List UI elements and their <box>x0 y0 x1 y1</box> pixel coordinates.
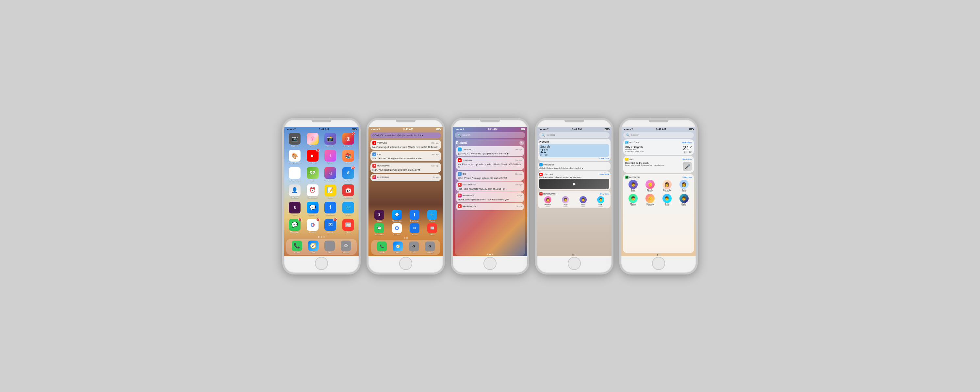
app-googlephotos[interactable]: 🎨 Google Photos <box>287 150 303 165</box>
p4-show-more[interactable]: Show More <box>600 158 609 160</box>
search-bar-4[interactable]: 🔍 Search <box>539 132 609 138</box>
app-label-googlephotos: Google Photos <box>288 162 301 164</box>
dock-utils[interactable]: Utils <box>325 241 335 253</box>
app-photos[interactable]: 🌸 Photos <box>305 133 321 148</box>
recent-close-btn[interactable]: ✕ <box>519 141 524 145</box>
app-chrome[interactable]: 1 Chrome <box>305 219 321 234</box>
contact-sinisa-avatar: 👨 <box>579 196 587 203</box>
fav-zdravko[interactable]: 👴 Zdravko mobile <box>642 180 658 192</box>
app-airmail[interactable]: ✉ 40 Airmail <box>323 219 339 234</box>
p3-heartwatch2-notif[interactable]: ♥ Heartwatch 3h ago <box>456 203 524 210</box>
weather-show-more[interactable]: Show More <box>682 142 692 144</box>
tips-show-more[interactable]: Show More <box>682 158 692 160</box>
fav-darko-type: mobile <box>682 205 686 206</box>
app-label-camera: Camera <box>291 145 298 147</box>
p4-tweetbot-card[interactable]: 🐦 Tweetbot @ColbyCk1 mentioned: @dujkan … <box>538 162 611 170</box>
fav-dario[interactable]: 👨 Dario mobile <box>625 180 641 192</box>
app-music[interactable]: ♪ Music <box>323 150 339 165</box>
phone-5-screen: ●●●●● ▾ 9:41 AM 🔍 Search <box>621 127 696 256</box>
contact-sinisa[interactable]: 👨 Siniša mobile <box>574 196 592 207</box>
first-notif-card[interactable]: @ColbyCk1 mentioned: @dujkan what's the … <box>371 133 441 138</box>
app-label-chrome: Chrome <box>309 231 316 233</box>
app-label-appstore: App Store <box>344 179 353 181</box>
dock2-phone: Phone <box>379 251 385 253</box>
app-ibooks[interactable]: 📚 iBooks <box>340 150 356 165</box>
appstore-badge: 11 <box>351 166 355 170</box>
app-reminders[interactable]: ⏰ Reminders <box>305 184 321 200</box>
p3-youtube-time: 28m ago <box>515 159 522 161</box>
instagram-notif[interactable]: ◎ Instagram 1h ago <box>371 174 441 181</box>
app-slack[interactable]: S Slack <box>287 202 303 217</box>
p4-youtube-show-more[interactable]: Show More <box>600 173 609 175</box>
heartwatch-app-icon: ♥ <box>372 164 376 168</box>
app-maps[interactable]: 🗺 Maps <box>305 167 321 183</box>
p4-youtube-thumb: ▶ <box>539 179 609 189</box>
app-appstore[interactable]: A 11 App Store <box>340 167 356 183</box>
fav-vjekoslav[interactable]: 👴 Vjekoslav mobile <box>642 194 658 206</box>
fav-bernarda[interactable]: 👩 Bernarda mobile <box>659 180 675 192</box>
fav-vjekoslav-avatar: 👴 <box>646 194 655 203</box>
fav-dario-avatar: 👨 <box>628 180 638 189</box>
p3-youtube-notif[interactable]: ▶ YouTube 28m ago MacRumors just uploade… <box>456 157 524 170</box>
app-notes[interactable]: 📝 Notes <box>323 184 339 200</box>
time-display-3: 9:41 AM <box>487 128 497 130</box>
dock-phone[interactable]: 📞 Phone <box>292 241 302 253</box>
fav-sinisa-avatar: 👨 <box>662 194 671 203</box>
fav-julija[interactable]: 👩 Julija mobile <box>676 180 692 192</box>
phone-3-screen: ●●●●● ▾ 9:41 AM 🔍 Search <box>453 127 527 256</box>
app-twitter[interactable]: 🐦 Twitter <box>340 202 356 217</box>
p4-heartwatch-card[interactable]: ♥ Heartwatch Show Less 👩 Bernarda <box>538 191 611 208</box>
p3-heartwatch-notif[interactable]: ♥ Heartwatch 52m ago High. Your heartrat… <box>456 181 524 192</box>
app-messenger[interactable]: 💬 Messenger <box>305 202 321 217</box>
p4-tweetbot-name: Tweetbot <box>543 164 609 166</box>
youtube-app-name: YouTube <box>377 142 431 144</box>
status-bar-2: ●●●●● ▾ 9:41 AM <box>369 127 443 132</box>
app-camera[interactable]: 📷 Camera <box>287 133 303 148</box>
contact-darko[interactable]: 👨 Darko mobile <box>592 196 609 207</box>
tips-headline: Have Siri do the math <box>625 162 681 164</box>
dock2-airmail: Airmail <box>412 233 417 235</box>
fav-sinisa[interactable]: 👨 Siniša mobile <box>659 194 675 206</box>
contact-julija[interactable]: 👩 Julija mobile <box>557 196 574 207</box>
app-news[interactable]: 📰 News <box>340 219 356 234</box>
app-messages[interactable]: 💬 1 Messages <box>287 219 303 234</box>
search-bar-3[interactable]: 🔍 Search <box>455 132 525 138</box>
dock-label-utils: Utils <box>328 251 332 253</box>
battery-icon-2 <box>436 128 440 130</box>
app-facebook[interactable]: f Facebook <box>323 202 339 217</box>
time-display: 9:41 AM <box>319 128 329 130</box>
p3-heartwatch-text: High. Your heartrate was 102 bpm at 10:1… <box>458 187 522 190</box>
siri-icon: 🎤 <box>683 162 692 171</box>
app-instagram[interactable]: ◎ 1 Instagram <box>340 133 356 148</box>
p4-show-less[interactable]: Show Less <box>600 193 609 195</box>
app-itunesstore[interactable]: ♫ iTunes Store <box>323 167 339 183</box>
p4-youtube-card[interactable]: ▶ YouTube Show More MacRumors just uploa… <box>538 171 611 190</box>
search-placeholder-4: Search <box>547 133 555 136</box>
youtube-notif[interactable]: ▶ YouTube 28m ago MacRumors just uploade… <box>371 140 441 150</box>
p3-idb-notif[interactable]: i IDB 51m ago WSJ: iPhone 7 storage opti… <box>456 171 524 181</box>
idb-notif[interactable]: i IDB 50m ago WSJ: iPhone 7 storage opti… <box>371 151 441 161</box>
contact-bernarda[interactable]: 👩 Bernarda mobile <box>539 196 556 207</box>
app-label-youtube: YouTube <box>309 162 317 164</box>
dock-settings[interactable]: ⚙ Settings <box>341 241 351 253</box>
app-googlemaps[interactable]: 🗺 Google Maps <box>287 167 303 183</box>
p3-tweetbot-notif[interactable]: 🐦 Tweetbot 24m ago @ColbyCk1 mentioned: … <box>456 146 524 156</box>
youtube-notif-time: 28m ago <box>431 142 439 144</box>
favorites-show-less[interactable]: Show Less <box>682 176 692 178</box>
p3-instagram-notif[interactable]: ◎ Instagram 1h ago Eron Kutllovci (eron.… <box>456 192 524 202</box>
p3-youtube-text: MacRumors just uploaded a video: What's … <box>458 163 522 169</box>
app-cameraplus[interactable]: 📸 Camera+ <box>323 133 339 148</box>
app-fantastical[interactable]: 📅 Fantastical <box>340 184 356 200</box>
battery-icon <box>352 128 356 130</box>
app-label-reminders: Reminders <box>308 197 317 198</box>
fav-darko[interactable]: 👨 Darko mobile <box>676 194 692 206</box>
app-contacts[interactable]: 👤 Contacts <box>287 184 303 200</box>
heartwatch-notif[interactable]: ♥ Heartwatch 52m ago High. Your heartrat… <box>371 163 441 173</box>
search-bar-5[interactable]: 🔍 Search <box>623 132 694 138</box>
phone-3: ●●●●● ▾ 9:41 AM 🔍 Search <box>451 118 529 275</box>
tips-text: Learn how to ask Siri to perform calcula… <box>625 164 681 167</box>
dock-safari[interactable]: 🧭 Safari <box>308 241 318 253</box>
app-youtube[interactable]: ▶ 2 YouTube <box>305 150 321 165</box>
fav-matijas[interactable]: 👦 Matijas mobile <box>625 194 641 206</box>
p3-heartwatch-name: Heartwatch <box>463 184 514 186</box>
